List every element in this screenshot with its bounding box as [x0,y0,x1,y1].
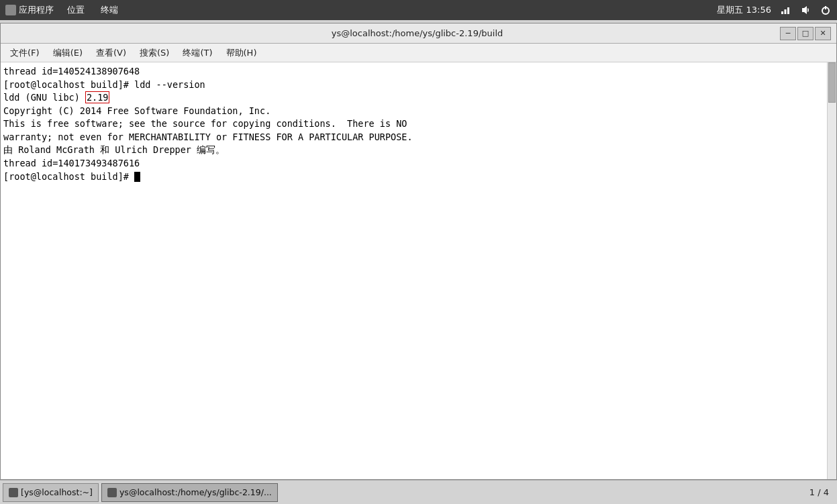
taskbar-item-2-icon [107,488,117,497]
app-menu-item[interactable]: 应用程序 [5,4,54,16]
system-bar-left: 应用程序 位置 终端 [5,3,121,17]
window-controls: ─ □ ✕ [780,27,831,40]
taskbar-item-1-icon [9,488,18,497]
menu-help[interactable]: 帮助(H) [219,45,264,61]
terminal-line-6: warranty; not even for MERCHANTABILITY o… [3,132,413,142]
terminal-menu-item[interactable]: 终端 [98,3,121,17]
scrollbar-thumb[interactable] [828,62,836,103]
terminal-window: ys@localhost:/home/ys/glibc-2.19/build ─… [0,23,837,480]
maximize-button[interactable]: □ [797,27,814,40]
menu-edit[interactable]: 编辑(E) [46,45,89,61]
datetime-display: 星期五 13:56 [717,4,771,16]
terminal-line-7: 由 Roland McGrath 和 Ulrich Drepper 编写。 [3,144,225,155]
close-button[interactable]: ✕ [815,27,831,40]
taskbar-item-2[interactable]: ys@localhost:/home/ys/glibc-2.19/... [101,483,278,502]
system-bar: 应用程序 位置 终端 星期五 13:56 [0,0,837,20]
terminal-line-3-pre: ldd (GNU libc) [3,92,85,103]
taskbar-page-indicator: 1 / 4 [809,487,834,497]
volume-icon[interactable] [799,4,811,16]
window-title: ys@localhost:/home/ys/glibc-2.19/build [54,28,780,38]
svg-rect-2 [787,7,789,14]
terminal-output: thread id=140524138907648 [root@localhos… [3,65,834,183]
terminal-content[interactable]: thread id=140524138907648 [root@localhos… [1,62,836,479]
app-menu-label[interactable]: 应用程序 [19,4,54,16]
taskbar-left: [ys@localhost:~] ys@localhost:/home/ys/g… [3,483,278,502]
svg-rect-0 [781,11,783,14]
app-icon [5,5,16,15]
taskbar-item-1-label: [ys@localhost:~] [21,487,93,497]
menu-terminal[interactable]: 终端(T) [176,45,219,61]
menu-bar: 文件(F) 编辑(E) 查看(V) 搜索(S) 终端(T) 帮助(H) [1,44,836,62]
taskbar-item-1[interactable]: [ys@localhost:~] [3,483,99,502]
menu-search[interactable]: 搜索(S) [133,45,176,61]
scrollbar[interactable] [827,62,836,479]
version-highlight: 2.19 [85,91,110,103]
system-bar-right: 星期五 13:56 [717,4,832,16]
terminal-line-9: [root@localhost build]# [3,171,134,182]
menu-view[interactable]: 查看(V) [89,45,133,61]
taskbar-item-2-label: ys@localhost:/home/ys/glibc-2.19/... [119,487,272,497]
terminal-line-8: thread id=140173493487616 [3,158,140,168]
terminal-line-1: thread id=140524138907648 [3,66,140,77]
taskbar: [ys@localhost:~] ys@localhost:/home/ys/g… [0,480,837,504]
svg-marker-3 [802,6,807,14]
svg-rect-1 [785,9,787,14]
terminal-line-4: Copyright (C) 2014 Free Software Foundat… [3,105,270,116]
network-icon[interactable] [779,4,791,16]
menu-file[interactable]: 文件(F) [3,45,46,61]
minimize-button[interactable]: ─ [780,27,796,40]
power-icon[interactable] [820,4,832,16]
location-menu-item[interactable]: 位置 [64,3,87,17]
title-bar: ys@localhost:/home/ys/glibc-2.19/build ─… [1,23,836,44]
terminal-line-2: [root@localhost build]# ldd --version [3,79,205,90]
terminal-cursor [134,172,140,182]
terminal-line-5: This is free software; see the source fo… [3,118,407,129]
